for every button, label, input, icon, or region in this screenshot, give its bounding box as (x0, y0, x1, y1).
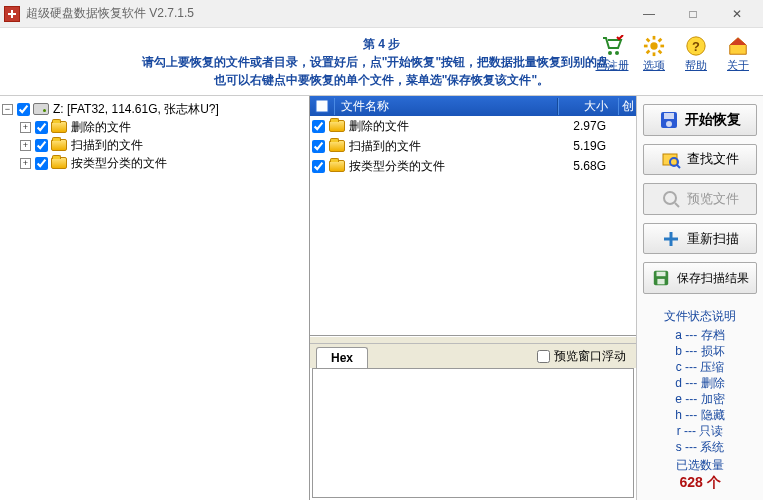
registered-label: 已注册 (596, 58, 629, 73)
splitter[interactable] (310, 336, 636, 344)
find-file-label: 查找文件 (687, 150, 739, 168)
legend-row: c --- 压缩 (643, 359, 757, 375)
rescan-button[interactable]: 重新扫描 (643, 223, 757, 255)
file-size: 5.19G (556, 139, 616, 153)
expand-toggle[interactable]: + (20, 158, 31, 169)
file-size: 5.68G (556, 159, 616, 173)
help-label: 帮助 (685, 58, 707, 73)
folder-icon (329, 160, 345, 172)
preview-file-label: 预览文件 (687, 190, 739, 208)
legend-row: h --- 隐藏 (643, 407, 757, 423)
file-list-header: 文件名称 大小 创 (310, 96, 636, 116)
expand-toggle[interactable]: + (20, 140, 31, 151)
hex-viewer[interactable] (312, 368, 634, 498)
file-name: 扫描到的文件 (349, 138, 421, 155)
tab-hex[interactable]: Hex (316, 347, 368, 368)
search-folder-icon (661, 149, 681, 169)
folder-icon (329, 120, 345, 132)
list-item[interactable]: 删除的文件 2.97G (310, 116, 636, 136)
list-item[interactable]: 按类型分类的文件 5.68G (310, 156, 636, 176)
legend-row: s --- 系统 (643, 439, 757, 455)
preview-icon (661, 189, 681, 209)
help-link[interactable]: ? 帮助 (679, 34, 713, 73)
header-more[interactable]: 创 (618, 98, 636, 115)
svg-line-19 (677, 165, 680, 168)
selected-count-label: 已选数量 (643, 457, 757, 474)
preview-area: Hex 预览窗口浮动 (310, 344, 636, 500)
instruction-line-2: 也可以右键点中要恢复的单个文件，菜单选"保存恢复该文件"。 (0, 71, 763, 89)
svg-point-2 (650, 42, 657, 49)
tree-item[interactable]: + 删除的文件 (2, 118, 307, 136)
find-file-button[interactable]: 查找文件 (643, 144, 757, 176)
action-panel: 开始恢复 查找文件 预览文件 重新扫描 保存扫描结果 文件状态说明 a --- … (637, 96, 763, 500)
svg-line-10 (659, 39, 662, 42)
header-name[interactable]: 文件名称 (334, 98, 558, 115)
svg-rect-13 (316, 100, 328, 112)
svg-rect-26 (657, 279, 664, 284)
legend-row: a --- 存档 (643, 327, 757, 343)
save-icon (651, 268, 671, 288)
minimize-button[interactable]: — (627, 0, 671, 28)
svg-point-0 (608, 51, 612, 55)
list-item[interactable]: 扫描到的文件 5.19G (310, 136, 636, 156)
folder-tree[interactable]: − Z: [FAT32, 114.61G, 张志林U?] + 删除的文件 + 扫… (0, 96, 310, 500)
maximize-button[interactable]: □ (671, 0, 715, 28)
tree-item[interactable]: + 按类型分类的文件 (2, 154, 307, 172)
gear-icon (640, 34, 668, 58)
folder-icon (329, 140, 345, 152)
start-recovery-label: 开始恢复 (685, 111, 741, 129)
float-preview-checkbox[interactable]: 预览窗口浮动 (537, 348, 626, 365)
cart-icon (598, 34, 626, 58)
save-scan-button[interactable]: 保存扫描结果 (643, 262, 757, 294)
svg-line-9 (647, 51, 650, 54)
tree-item-label: 按类型分类的文件 (71, 155, 167, 172)
status-legend: 文件状态说明 a --- 存档b --- 损坏c --- 压缩d --- 删除e… (643, 308, 757, 492)
header-checkbox-col[interactable] (310, 99, 334, 113)
legend-row: r --- 只读 (643, 423, 757, 439)
expand-toggle[interactable]: + (20, 122, 31, 133)
tree-item-label: 删除的文件 (71, 119, 131, 136)
tree-root-label: Z: [FAT32, 114.61G, 张志林U?] (53, 101, 219, 118)
legend-row: b --- 损坏 (643, 343, 757, 359)
header-size[interactable]: 大小 (558, 98, 618, 115)
svg-rect-15 (664, 113, 674, 119)
close-button[interactable]: ✕ (715, 0, 759, 28)
column-icon (315, 99, 329, 113)
float-preview-label: 预览窗口浮动 (554, 348, 626, 365)
svg-rect-25 (657, 272, 666, 277)
main-area: − Z: [FAT32, 114.61G, 张志林U?] + 删除的文件 + 扫… (0, 95, 763, 500)
folder-icon (51, 121, 67, 133)
float-preview-input[interactable] (537, 350, 550, 363)
help-icon: ? (682, 34, 710, 58)
tree-checkbox[interactable] (35, 121, 48, 134)
row-checkbox[interactable] (312, 160, 325, 173)
preview-tabs: Hex 预览窗口浮动 (310, 344, 636, 368)
save-scan-label: 保存扫描结果 (677, 270, 749, 287)
drive-icon (33, 103, 49, 115)
tree-checkbox[interactable] (35, 157, 48, 170)
start-recovery-button[interactable]: 开始恢复 (643, 104, 757, 136)
tree-root[interactable]: − Z: [FAT32, 114.61G, 张志林U?] (2, 100, 307, 118)
tree-item[interactable]: + 扫描到的文件 (2, 136, 307, 154)
options-link[interactable]: 选项 (637, 34, 671, 73)
tree-checkbox[interactable] (35, 139, 48, 152)
app-icon (4, 6, 20, 22)
top-toolbar: 已注册 选项 ? 帮助 关于 (595, 34, 755, 73)
row-checkbox[interactable] (312, 140, 325, 153)
row-checkbox[interactable] (312, 120, 325, 133)
registered-link[interactable]: 已注册 (595, 34, 629, 73)
disk-icon (659, 110, 679, 130)
file-list[interactable]: 删除的文件 2.97G 扫描到的文件 5.19G 按类型分类的文件 5.68G (310, 116, 636, 336)
home-icon (724, 34, 752, 58)
svg-point-1 (615, 51, 619, 55)
svg-point-16 (666, 121, 672, 127)
preview-file-button[interactable]: 预览文件 (643, 183, 757, 215)
tree-checkbox[interactable] (17, 103, 30, 116)
about-label: 关于 (727, 58, 749, 73)
expand-toggle[interactable]: − (2, 104, 13, 115)
svg-line-21 (675, 203, 679, 207)
legend-title: 文件状态说明 (643, 308, 757, 325)
about-link[interactable]: 关于 (721, 34, 755, 73)
file-name: 删除的文件 (349, 118, 409, 135)
folder-icon (51, 157, 67, 169)
